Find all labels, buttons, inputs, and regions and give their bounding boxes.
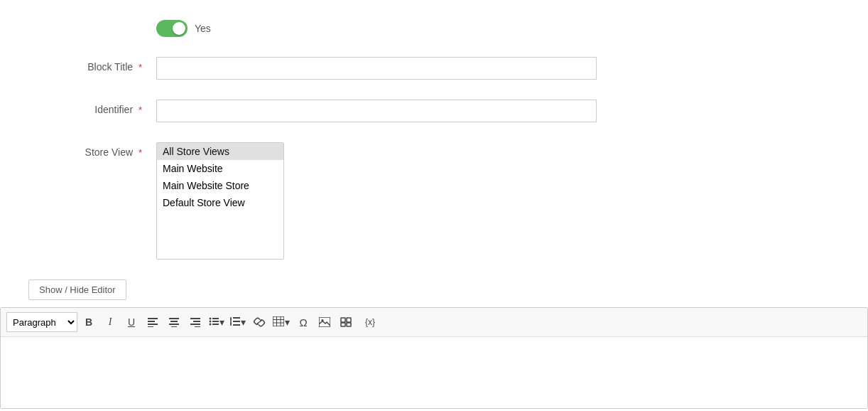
variable-button[interactable]: {x} (357, 312, 383, 332)
link-button[interactable] (249, 312, 269, 332)
svg-rect-32 (347, 323, 351, 326)
svg-rect-15 (212, 321, 219, 322)
list-icon (209, 316, 219, 329)
block-title-field (156, 57, 597, 80)
svg-rect-7 (171, 326, 177, 327)
svg-rect-6 (169, 324, 179, 325)
svg-rect-29 (341, 318, 345, 322)
svg-rect-17 (212, 324, 219, 325)
store-view-row: Store View * All Store Views Main Websit… (0, 142, 868, 260)
svg-rect-19 (233, 321, 240, 322)
store-view-option-main-website[interactable]: Main Website (157, 160, 283, 177)
identifier-field (156, 100, 597, 122)
format-select[interactable]: Paragraph Heading 1 Heading 2 Heading 3 … (6, 312, 77, 332)
identifier-row: Identifier * (0, 100, 868, 122)
align-right-button[interactable] (185, 312, 205, 332)
form-container: Yes Block Title * Identifier * Store Vie… (0, 0, 868, 411)
table-button[interactable]: ▾ (271, 312, 292, 332)
svg-rect-3 (148, 326, 153, 327)
editor-area: Paragraph Heading 1 Heading 2 Heading 3 … (0, 307, 868, 409)
editor-toolbar: Paragraph Heading 1 Heading 2 Heading 3 … (1, 308, 867, 337)
svg-rect-11 (195, 326, 200, 327)
enable-block-toggle[interactable] (156, 20, 188, 37)
show-hide-editor-button[interactable]: Show / Hide Editor (28, 279, 126, 300)
svg-rect-31 (341, 323, 345, 326)
store-view-option-main-website-store[interactable]: Main Website Store (157, 177, 283, 194)
svg-rect-10 (190, 324, 200, 325)
show-hide-editor-container: Show / Hide Editor (0, 279, 868, 300)
identifier-required: * (139, 105, 142, 115)
table-icon (273, 316, 284, 329)
svg-point-12 (210, 317, 212, 319)
svg-rect-1 (148, 321, 155, 322)
italic-button[interactable]: I (100, 312, 120, 332)
svg-rect-13 (212, 318, 219, 319)
svg-rect-5 (170, 321, 178, 322)
block-title-row: Block Title * (0, 57, 868, 80)
block-title-input[interactable] (156, 57, 597, 80)
bold-button[interactable]: B (79, 312, 99, 332)
line-height-arrow: ▾ (241, 316, 246, 328)
underline-button[interactable]: U (121, 312, 141, 332)
store-view-select[interactable]: All Store Views Main Website Main Websit… (156, 142, 284, 260)
store-view-required: * (139, 147, 142, 158)
svg-rect-18 (233, 317, 240, 319)
svg-rect-9 (193, 321, 200, 322)
svg-rect-20 (233, 324, 240, 326)
list-arrow: ▾ (219, 316, 224, 328)
widget-button[interactable] (336, 312, 356, 332)
editor-content[interactable] (1, 337, 867, 408)
toggle-slider (156, 20, 188, 37)
store-view-field: All Store Views Main Website Main Websit… (156, 142, 597, 260)
identifier-label: Identifier * (14, 100, 156, 115)
svg-rect-30 (347, 318, 351, 322)
svg-point-16 (210, 323, 212, 325)
image-button[interactable] (315, 312, 335, 332)
block-title-required: * (139, 62, 142, 73)
svg-rect-22 (273, 316, 284, 326)
svg-point-14 (210, 320, 212, 322)
line-height-button[interactable]: ▾ (228, 312, 248, 332)
enable-block-row: Yes (0, 14, 868, 43)
svg-rect-0 (148, 318, 158, 319)
list-button[interactable]: ▾ (207, 312, 227, 332)
store-view-option-all[interactable]: All Store Views (157, 143, 283, 160)
special-char-button[interactable]: Ω (293, 312, 313, 332)
svg-rect-8 (190, 318, 200, 319)
enable-block-status: Yes (195, 23, 211, 34)
store-view-option-default[interactable]: Default Store View (157, 194, 283, 211)
identifier-input[interactable] (156, 100, 597, 122)
line-height-icon (230, 316, 240, 329)
table-arrow: ▾ (285, 316, 290, 328)
align-left-button[interactable] (143, 312, 163, 332)
enable-block-wrapper: Yes (156, 20, 211, 37)
align-center-button[interactable] (164, 312, 184, 332)
svg-line-21 (257, 321, 261, 324)
block-title-label: Block Title * (14, 57, 156, 73)
svg-rect-4 (169, 318, 179, 319)
svg-rect-2 (148, 324, 158, 325)
store-view-label: Store View * (14, 142, 156, 158)
